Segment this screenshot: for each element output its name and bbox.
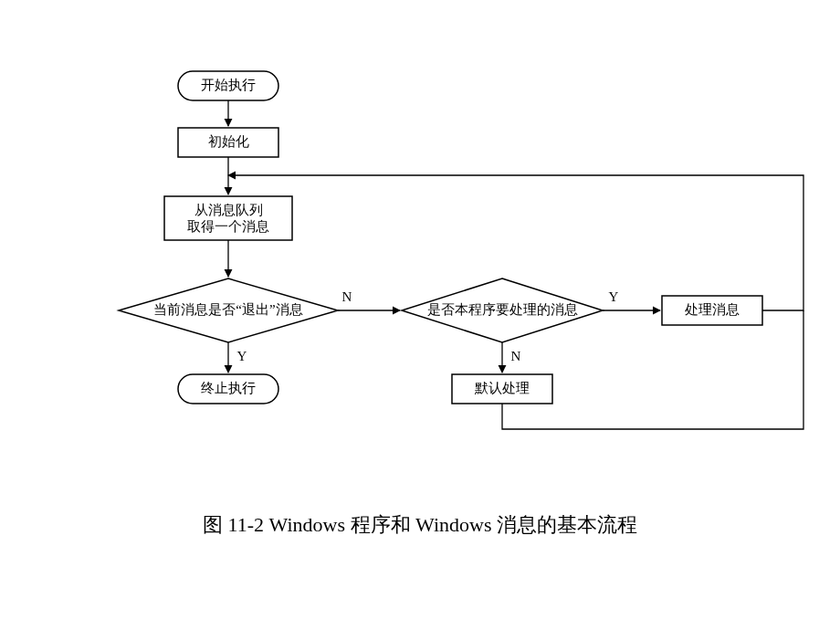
node-terminate: 终止执行 <box>178 374 278 404</box>
flowchart-canvas: 开始执行 初始化 从消息队列 取得一个消息 当前消息是否“退出”消息 N Y 终… <box>0 0 840 493</box>
figure-caption: 图 11-2 Windows 程序和 Windows 消息的基本流程 <box>0 511 840 539</box>
node-default: 默认处理 <box>452 374 552 404</box>
node-start-label: 开始执行 <box>201 78 256 92</box>
node-process-label: 处理消息 <box>685 302 740 317</box>
node-isquit-label: 当前消息是否“退出”消息 <box>153 302 302 317</box>
node-process: 处理消息 <box>662 296 762 325</box>
node-default-label: 默认处理 <box>474 381 530 395</box>
node-getmsg-line2: 取得一个消息 <box>187 219 269 234</box>
edge-isquit-yes-label: Y <box>237 349 247 363</box>
edge-isquit-no-label: N <box>342 289 352 304</box>
node-init: 初始化 <box>178 128 278 157</box>
edge-ishandled-yes-label: Y <box>609 289 619 304</box>
node-ishandled: 是否本程序要处理的消息 <box>402 278 603 342</box>
node-start: 开始执行 <box>178 71 278 100</box>
node-getmsg: 从消息队列 取得一个消息 <box>164 196 292 240</box>
node-getmsg-line1: 从消息队列 <box>194 203 263 217</box>
node-isquit: 当前消息是否“退出”消息 <box>119 278 338 342</box>
edge-ishandled-no-label: N <box>511 349 521 363</box>
node-terminate-label: 终止执行 <box>201 381 256 395</box>
node-init-label: 初始化 <box>208 134 249 149</box>
node-ishandled-label: 是否本程序要处理的消息 <box>427 302 578 317</box>
